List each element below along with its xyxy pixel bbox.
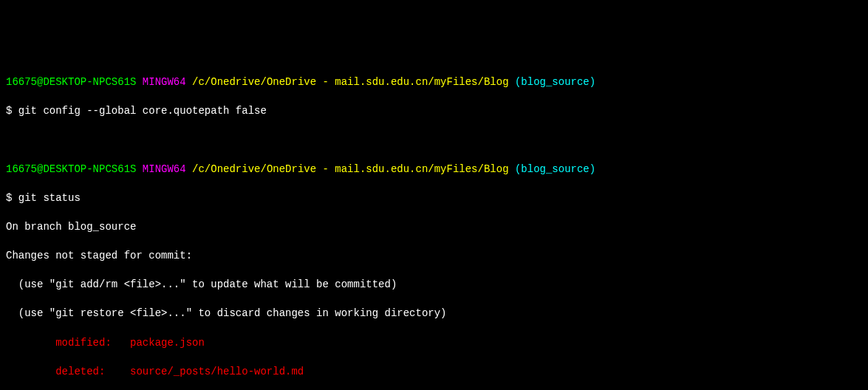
prompt-line-1: 16675@DESKTOP-NPCS61S MINGW64 /c/Onedriv…	[6, 75, 862, 90]
command-line-2: $ git status	[6, 191, 862, 206]
prompt-line-2: 16675@DESKTOP-NPCS61S MINGW64 /c/Onedriv…	[6, 162, 862, 177]
blank-line	[6, 133, 862, 148]
terminal-output[interactable]: 16675@DESKTOP-NPCS61S MINGW64 /c/Onedriv…	[6, 61, 862, 390]
user-host: 16675@DESKTOP-NPCS61S	[6, 76, 136, 88]
output-hint-restore: (use "git restore <file>..." to discard …	[6, 307, 862, 321]
output-deleted: deleted: source/_posts/hello-world.md	[6, 365, 862, 380]
cwd-path: /c/Onedrive/OneDrive - mail.sdu.edu.cn/m…	[192, 163, 508, 175]
shell-env: MINGW64	[143, 76, 186, 88]
git-branch: (blog_source)	[515, 76, 595, 88]
output-hint-add: (use "git add/rm <file>..." to update wh…	[6, 278, 862, 292]
output-changes-header: Changes not staged for commit:	[6, 249, 862, 264]
cwd-path: /c/Onedrive/OneDrive - mail.sdu.edu.cn/m…	[192, 76, 508, 88]
shell-env: MINGW64	[143, 163, 186, 175]
git-branch: (blog_source)	[515, 163, 595, 175]
output-branch: On branch blog_source	[6, 220, 862, 235]
output-modified: modified: package.json	[6, 336, 862, 351]
user-host: 16675@DESKTOP-NPCS61S	[6, 163, 136, 175]
command-line-1: $ git config --global core.quotepath fal…	[6, 104, 862, 119]
